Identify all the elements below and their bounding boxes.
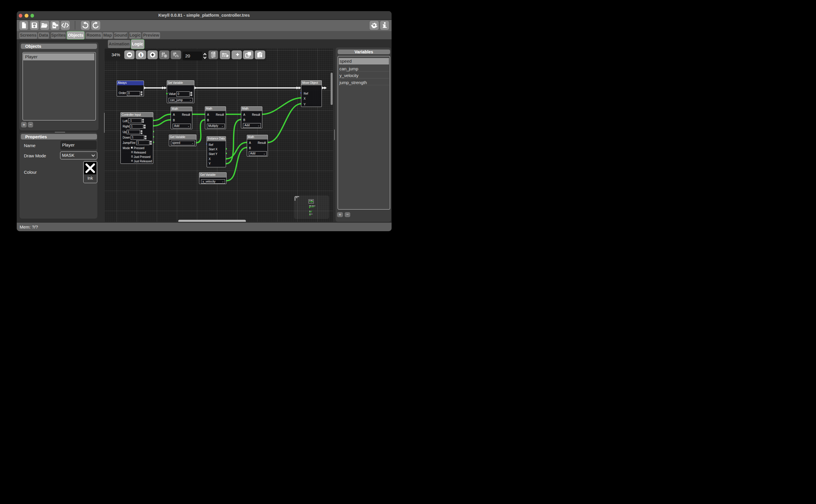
svg-text:1: 1 xyxy=(140,53,142,57)
